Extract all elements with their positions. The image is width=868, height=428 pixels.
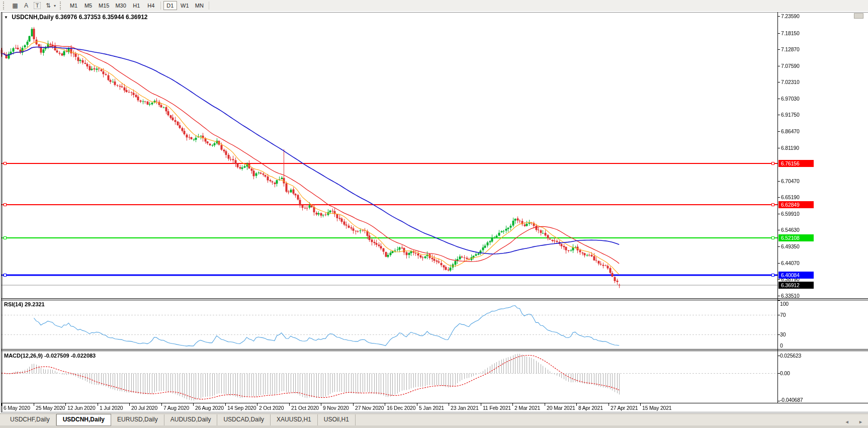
cursor-style-icon[interactable]: ⇅ bbox=[43, 1, 54, 10]
tab-xauusd-h1[interactable]: XAUUSD,H1 bbox=[271, 414, 318, 425]
profiles-grid-icon[interactable]: ▦ bbox=[10, 1, 21, 10]
level-price-badge[interactable]: 6.76156 bbox=[778, 160, 814, 167]
dropdown-caret-icon[interactable]: ▾ bbox=[54, 4, 56, 8]
tab-eurusd-daily[interactable]: EURUSD,Daily bbox=[111, 414, 164, 425]
timeframe-m15-button[interactable]: M15 bbox=[96, 1, 112, 10]
level-price-badge[interactable]: 6.52108 bbox=[778, 234, 814, 241]
font-icon[interactable]: A bbox=[21, 1, 32, 10]
toolbar-divider-2 bbox=[209, 2, 209, 10]
text-label-glyph: T bbox=[34, 2, 41, 9]
level-price-badge[interactable]: 6.62849 bbox=[778, 201, 814, 208]
timeframe-h1-button[interactable]: H1 bbox=[130, 1, 143, 10]
timeframe-m5-button[interactable]: M5 bbox=[81, 1, 95, 10]
toolbar-grip-2[interactable] bbox=[60, 2, 63, 10]
bid-price-badge: 6.36912 bbox=[778, 282, 814, 289]
tab-scroll-left-icon[interactable]: ◄ bbox=[845, 419, 849, 424]
timeframe-m1-button[interactable]: M1 bbox=[67, 1, 80, 10]
tab-usdchf-daily[interactable]: USDCHF,Daily bbox=[4, 414, 56, 425]
timeframe-h4-button[interactable]: H4 bbox=[144, 1, 158, 10]
toolbar-grip[interactable] bbox=[3, 2, 7, 10]
text-label-icon[interactable]: T bbox=[32, 1, 43, 10]
timeframe-mn-button[interactable]: MN bbox=[193, 1, 206, 10]
timeframe-w1-button[interactable]: W1 bbox=[178, 1, 192, 10]
toolbar-divider bbox=[160, 2, 161, 10]
tab-usoil-h1[interactable]: USOil,H1 bbox=[318, 414, 356, 425]
chart-canvas[interactable] bbox=[0, 11, 868, 413]
tab-usdcnh-daily[interactable]: USDCNH,Daily bbox=[56, 414, 111, 426]
trading-workspace: ▦ A T ⇅ ▾ M1 M5 M15 M30 H1 H4 D1 W1 MN 7… bbox=[0, 0, 868, 428]
timeframe-m30-button[interactable]: M30 bbox=[113, 1, 128, 10]
symbol-tab-bar: USDCHF,Daily USDCNH,Daily EURUSD,Daily A… bbox=[0, 413, 868, 425]
timeframe-d1-button[interactable]: D1 bbox=[163, 1, 177, 10]
tab-audusd-daily[interactable]: AUDUSD,Daily bbox=[164, 414, 218, 425]
level-price-badge[interactable]: 6.40084 bbox=[778, 272, 814, 279]
tab-scroll-right-icon[interactable]: ► bbox=[858, 419, 863, 424]
tab-usdcad-daily[interactable]: USDCAD,Daily bbox=[217, 414, 271, 425]
tab-scroll-arrows: ◄ ► bbox=[838, 416, 863, 425]
toolbar: ▦ A T ⇅ ▾ M1 M5 M15 M30 H1 H4 D1 W1 MN bbox=[0, 0, 868, 12]
